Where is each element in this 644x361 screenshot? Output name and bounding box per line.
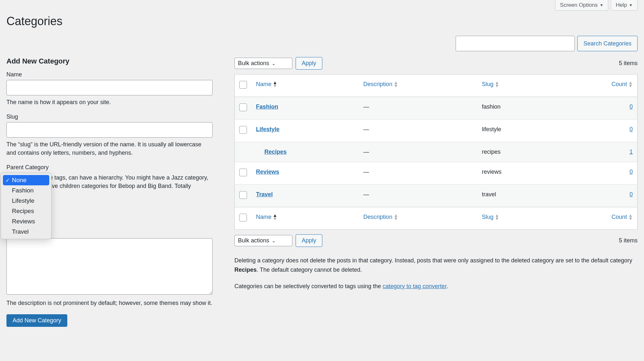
description-textarea[interactable] <box>6 238 213 295</box>
screen-options-label: Screen Options <box>560 2 598 8</box>
parent-category-dropdown[interactable]: ✓NoneFashionLifestyleRecipesReviewsTrave… <box>1 173 52 239</box>
dropdown-option-label: Fashion <box>12 187 34 194</box>
add-new-heading: Add New Category <box>6 57 225 65</box>
bulk-actions-label: Bulk actions <box>238 60 269 67</box>
table-row: Recipes—recipes1 <box>235 142 638 162</box>
name-label: Name <box>6 71 225 78</box>
category-description: — <box>359 162 477 185</box>
dropdown-option[interactable]: Reviews <box>3 216 49 227</box>
row-checkbox[interactable] <box>239 169 247 176</box>
col-description-footer[interactable]: Description <box>363 214 392 220</box>
category-name-link[interactable]: Fashion <box>256 103 278 110</box>
category-slug: fashion <box>478 97 555 120</box>
parent-label: Parent Category <box>6 164 225 171</box>
category-slug: travel <box>478 185 555 207</box>
search-input[interactable] <box>456 36 575 51</box>
apply-button-bottom[interactable]: Apply <box>296 234 322 247</box>
chevron-down-icon: ▼ <box>600 3 603 7</box>
apply-button-top[interactable]: Apply <box>296 57 322 70</box>
slug-label: Slug <box>6 113 225 120</box>
dropdown-option[interactable]: Lifestyle <box>3 196 49 206</box>
chevron-down-icon: ⌄ <box>272 61 276 66</box>
categories-table: Name▲▼ Description▲▼ Slug▲▼ Count▲▼ Fash… <box>234 74 638 230</box>
bulk-actions-select-top[interactable]: Bulk actions ⌄ <box>234 58 292 69</box>
category-name-link[interactable]: Reviews <box>256 169 279 175</box>
category-description: — <box>359 120 477 142</box>
category-name-link[interactable]: Recipes <box>256 149 287 155</box>
table-row: Fashion—fashion0 <box>235 97 638 120</box>
name-help: The name is how it appears on your site. <box>6 98 213 106</box>
category-slug: recipes <box>478 142 555 162</box>
dropdown-option-label: None <box>12 177 26 184</box>
category-to-tag-link[interactable]: category to tag converter <box>383 283 446 289</box>
bulk-actions-select-bottom[interactable]: Bulk actions ⌄ <box>234 235 292 246</box>
row-checkbox[interactable] <box>239 103 247 111</box>
converter-note: Categories can be selectively converted … <box>234 282 638 291</box>
category-description: — <box>359 97 477 120</box>
col-description-header[interactable]: Description <box>363 81 392 87</box>
table-row: Travel—travel0 <box>235 185 638 207</box>
category-count-link[interactable]: 0 <box>630 103 633 110</box>
dropdown-option-label: Travel <box>12 228 29 235</box>
sort-icon: ▲▼ <box>495 81 499 88</box>
col-name-header[interactable]: Name <box>256 81 271 87</box>
category-description: — <box>359 185 477 207</box>
category-count-link[interactable]: 0 <box>630 191 633 198</box>
slug-help: The “slug” is the URL-friendly version o… <box>6 140 213 157</box>
row-checkbox[interactable] <box>239 126 247 134</box>
delete-note: Deleting a category does not delete the … <box>234 256 638 275</box>
col-count-footer[interactable]: Count <box>611 214 627 220</box>
help-tab[interactable]: Help ▼ <box>611 0 638 11</box>
col-slug-footer[interactable]: Slug <box>482 214 494 220</box>
select-all-checkbox-bottom[interactable] <box>239 214 247 221</box>
item-count-bottom: 5 items <box>619 237 638 244</box>
category-count-link[interactable]: 1 <box>630 149 633 155</box>
table-row: Reviews—reviews0 <box>235 162 638 185</box>
col-name-footer[interactable]: Name <box>256 214 271 220</box>
dropdown-option[interactable]: Travel <box>3 227 49 237</box>
category-slug: reviews <box>478 162 555 185</box>
dropdown-option-label: Lifestyle <box>12 197 34 204</box>
dropdown-option-label: Recipes <box>12 208 34 215</box>
sort-icon: ▲▼ <box>273 214 277 220</box>
category-description: — <box>359 142 477 162</box>
sort-icon: ▲▼ <box>393 81 398 88</box>
chevron-down-icon: ▼ <box>629 3 633 7</box>
add-new-category-button[interactable]: Add New Category <box>6 314 67 327</box>
sort-icon: ▲▼ <box>393 214 398 220</box>
category-name-link[interactable]: Travel <box>256 191 273 198</box>
screen-options-tab[interactable]: Screen Options ▼ <box>555 0 608 11</box>
description-help: The description is not prominent by defa… <box>6 299 213 307</box>
table-row: Lifestyle—lifestyle0 <box>235 120 638 142</box>
col-count-header[interactable]: Count <box>611 81 627 87</box>
name-input[interactable] <box>6 80 213 95</box>
category-count-link[interactable]: 0 <box>630 126 633 132</box>
slug-input[interactable] <box>6 122 213 138</box>
sort-icon: ▲▼ <box>628 214 633 220</box>
chevron-down-icon: ⌄ <box>272 238 276 243</box>
col-slug-header[interactable]: Slug <box>482 81 494 87</box>
sort-icon: ▲▼ <box>628 81 633 88</box>
sort-icon: ▲▼ <box>495 214 499 220</box>
check-icon: ✓ <box>5 177 10 183</box>
category-slug: lifestyle <box>478 120 555 142</box>
dropdown-option[interactable]: Fashion <box>3 185 49 196</box>
dropdown-option-label: Reviews <box>12 218 35 225</box>
search-categories-button[interactable]: Search Categories <box>577 36 638 51</box>
help-label: Help <box>616 2 627 8</box>
category-count-link[interactable]: 0 <box>630 169 633 175</box>
select-all-checkbox-top[interactable] <box>239 81 247 89</box>
bulk-actions-label: Bulk actions <box>238 237 269 244</box>
row-checkbox[interactable] <box>239 191 247 199</box>
category-name-link[interactable]: Lifestyle <box>256 126 279 132</box>
sort-icon: ▲▼ <box>273 81 277 88</box>
dropdown-option[interactable]: Recipes <box>3 206 49 216</box>
item-count-top: 5 items <box>619 60 638 67</box>
dropdown-option[interactable]: ✓None <box>3 175 49 185</box>
page-title: Categories <box>6 15 638 28</box>
